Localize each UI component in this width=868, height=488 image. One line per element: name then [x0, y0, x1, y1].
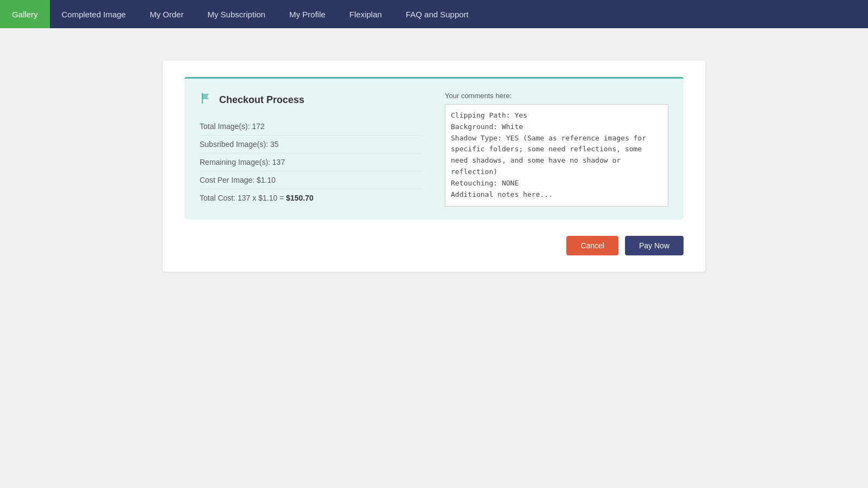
checkout-row-4: Total Cost: 137 x $1.10 = $150.70 [200, 189, 423, 207]
nav-item-my-order[interactable]: My Order [138, 0, 196, 28]
main-content: Checkout Process Total Image(s): 172Subs… [0, 28, 868, 293]
checkout-row-2: Remaining Image(s): 137 [200, 153, 423, 171]
checkout-card: Checkout Process Total Image(s): 172Subs… [163, 61, 705, 272]
nav-item-flexiplan[interactable]: Flexiplan [337, 0, 394, 28]
button-row: Cancel Pay Now [184, 236, 684, 255]
checkout-rows: Total Image(s): 172Subsribed Image(s): 3… [200, 118, 423, 207]
navigation: GalleryCompleted ImageMy OrderMy Subscri… [0, 0, 868, 28]
nav-item-my-profile[interactable]: My Profile [277, 0, 337, 28]
checkout-left: Checkout Process Total Image(s): 172Subs… [200, 92, 423, 207]
checkout-icon [200, 92, 213, 108]
cancel-button[interactable]: Cancel [566, 236, 618, 255]
pay-now-button[interactable]: Pay Now [625, 236, 684, 255]
checkout-row-1: Subsribed Image(s): 35 [200, 136, 423, 153]
nav-item-faq-and-support[interactable]: FAQ and Support [394, 0, 481, 28]
nav-item-my-subscription[interactable]: My Subscription [195, 0, 277, 28]
checkout-panel: Checkout Process Total Image(s): 172Subs… [184, 77, 684, 220]
nav-item-completed-image[interactable]: Completed Image [50, 0, 138, 28]
nav-item-gallery[interactable]: Gallery [0, 0, 50, 28]
comments-textarea[interactable] [445, 104, 668, 207]
checkout-row-0: Total Image(s): 172 [200, 118, 423, 136]
checkout-right: Your comments here: [445, 92, 668, 207]
comments-label: Your comments here: [445, 92, 668, 100]
checkout-header: Checkout Process [200, 92, 423, 108]
checkout-row-3: Cost Per Image: $1.10 [200, 171, 423, 189]
checkout-title: Checkout Process [219, 94, 304, 106]
